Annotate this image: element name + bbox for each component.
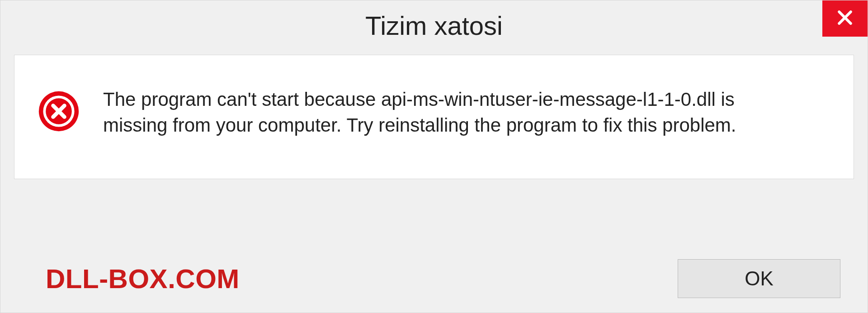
- error-dialog: Tizim xatosi The program can't start bec…: [0, 0, 868, 313]
- close-icon: [835, 8, 855, 29]
- error-message: The program can't start because api-ms-w…: [103, 87, 781, 138]
- dialog-title: Tizim xatosi: [365, 10, 503, 41]
- error-icon: [37, 90, 80, 133]
- dialog-footer: DLL-BOX.COM OK: [0, 245, 868, 313]
- ok-button[interactable]: OK: [678, 259, 840, 298]
- close-button[interactable]: [822, 0, 868, 37]
- watermark-text: DLL-BOX.COM: [46, 263, 240, 294]
- titlebar: Tizim xatosi: [0, 0, 868, 50]
- content-panel: The program can't start because api-ms-w…: [14, 55, 854, 179]
